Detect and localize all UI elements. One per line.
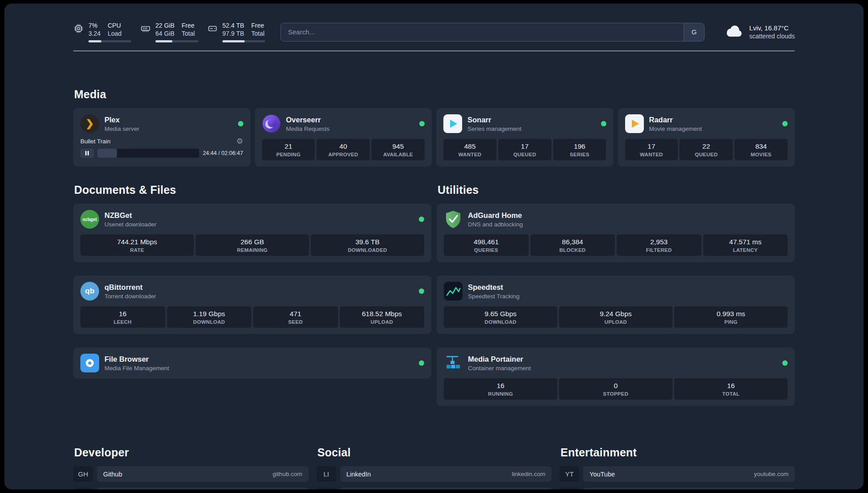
plex-icon: ❯ xyxy=(80,114,99,133)
service-name[interactable]: File Browser xyxy=(104,355,413,363)
service-name[interactable]: qBittorrent xyxy=(104,283,413,292)
stat-tile: 47.571 ms LATENCY xyxy=(703,234,788,256)
bookmark-link[interactable]: Twitter twitter.com xyxy=(340,488,552,489)
stat-label: WANTED xyxy=(627,152,676,157)
qbittorrent-card[interactable]: qb qBittorrent Torrent downloader 16 xyxy=(73,276,431,334)
stat-label: TOTAL xyxy=(676,391,786,397)
stat-tile: 9.65 Gbps DOWNLOAD xyxy=(444,306,557,328)
bookmark-netflix[interactable]: NF Netflix netflix.com xyxy=(559,488,795,489)
bookmark-github[interactable]: GH Github github.com xyxy=(73,466,309,482)
stat-label: DOWNLOADED xyxy=(313,247,422,253)
service-desc: Series management xyxy=(467,125,596,132)
stat-tile: 22 QUEUED xyxy=(680,139,733,160)
cpu-load-value: 3.24 xyxy=(88,29,100,38)
stat-value: 39.6 TB xyxy=(313,238,422,246)
overseerr-card[interactable]: Overseerr Media Requests 21 PENDING 40 A… xyxy=(255,108,432,167)
disk-widget: 52.4 TB 97.9 TB Free Total xyxy=(207,21,265,42)
adguard-card[interactable]: AdGuard Home DNS and adblocking 498,461 … xyxy=(437,204,795,262)
stat-tile: 9.24 Gbps UPLOAD xyxy=(559,306,672,328)
status-dot xyxy=(238,121,243,126)
service-name[interactable]: Overseerr xyxy=(286,116,414,124)
service-name[interactable]: NZBGet xyxy=(104,211,413,220)
stat-label: UPLOAD xyxy=(342,319,423,325)
memory-total-value: 64 GiB xyxy=(155,29,175,38)
status-dot xyxy=(782,360,788,366)
stat-tile: 16 LEECH xyxy=(80,306,165,328)
bookmark-abbr[interactable]: LI xyxy=(317,466,336,482)
stat-value: 1.19 Gbps xyxy=(169,310,250,318)
stat-label: AVAILABLE xyxy=(373,152,423,157)
bookmark-youtube[interactable]: YT YouTube youtube.com xyxy=(559,466,795,482)
status-dot xyxy=(419,217,424,222)
search-provider-button[interactable]: G xyxy=(684,23,704,41)
memory-free-value: 22 GiB xyxy=(155,21,175,29)
service-name[interactable]: Radarr xyxy=(649,116,777,124)
search-input[interactable] xyxy=(280,23,705,42)
bookmark-abbr[interactable]: SO xyxy=(73,488,93,489)
stat-label: SERIES xyxy=(555,152,605,157)
radarr-card[interactable]: Radarr Movie management 17 WANTED 22 QUE… xyxy=(618,108,795,167)
bookmark-link[interactable]: StackOverflow stackoverflow.com xyxy=(97,488,309,489)
stat-label: PING xyxy=(676,319,786,325)
service-name[interactable]: Sonarr xyxy=(467,116,596,124)
cpu-widget: 7% 3.24 CPU Load xyxy=(73,21,131,42)
plex-card[interactable]: ❯ Plex Media server Bullet Train ⚙ xyxy=(73,108,250,167)
cloud-icon xyxy=(724,24,744,40)
stat-label: RUNNING xyxy=(446,391,555,397)
stat-tile: 471 SEED xyxy=(253,306,338,328)
bookmark-stackoverflow[interactable]: SO StackOverflow stackoverflow.com xyxy=(73,488,309,489)
service-name[interactable]: Speedtest xyxy=(468,283,788,292)
bookmark-abbr[interactable]: YT xyxy=(559,466,579,482)
bookmark-twitter[interactable]: TW Twitter twitter.com xyxy=(317,488,552,489)
pause-button[interactable] xyxy=(80,149,94,158)
sonarr-icon xyxy=(443,114,462,133)
radarr-icon xyxy=(625,114,644,133)
stat-value: 21 xyxy=(264,142,313,150)
qbittorrent-icon-text: qb xyxy=(85,287,95,296)
nzbget-icon: nzbget xyxy=(80,210,99,229)
section-documents: Documents & Files nzbget NZBGet Usenet d… xyxy=(73,184,431,379)
stat-tile: 40 APPROVED xyxy=(317,139,370,160)
section-title-documents: Documents & Files xyxy=(74,184,431,196)
bookmark-abbr[interactable]: GH xyxy=(73,466,93,482)
playback-progress-track[interactable] xyxy=(97,149,199,158)
disk-free-value: 52.4 TB xyxy=(222,21,244,29)
service-desc: Torrent downloader xyxy=(104,293,413,300)
settings-gear-icon[interactable]: ⚙ xyxy=(236,138,243,145)
bookmark-linkedin[interactable]: LI LinkedIn linkedin.com xyxy=(317,466,552,482)
nzbget-card[interactable]: nzbget NZBGet Usenet downloader 744.21 M… xyxy=(73,204,431,262)
bookmark-abbr[interactable]: TW xyxy=(317,488,336,489)
disk-progress-fill xyxy=(222,40,245,42)
stat-value: 0 xyxy=(561,382,671,390)
weather-condition: scattered clouds xyxy=(749,33,795,40)
stat-value: 0.993 ms xyxy=(676,310,786,318)
section-social: Social LI LinkedIn linkedin.com TW Twitt… xyxy=(317,446,552,489)
bookmark-link[interactable]: Github github.com xyxy=(97,466,309,482)
playback-progress-fill xyxy=(97,149,117,158)
stat-tile: 618.52 Mbps UPLOAD xyxy=(340,306,425,328)
filebrowser-icon xyxy=(80,354,99,372)
service-name[interactable]: Plex xyxy=(104,116,233,124)
service-name[interactable]: AdGuard Home xyxy=(468,211,788,220)
service-desc: Speedtest Tracking xyxy=(468,293,788,300)
section-developer: Developer GH Github github.com SO StackO… xyxy=(73,446,309,489)
stat-label: APPROVED xyxy=(318,152,368,157)
section-title-media: Media xyxy=(74,88,795,101)
stat-tile: 744.21 Mbps RATE xyxy=(80,234,194,256)
portainer-card[interactable]: Media Portainer Container management 16 … xyxy=(437,347,795,406)
speedtest-card[interactable]: Speedtest Speedtest Tracking 9.65 Gbps D… xyxy=(437,276,795,334)
disk-free-label: Free xyxy=(251,21,265,29)
now-playing-title: Bullet Train xyxy=(80,138,236,145)
filebrowser-card[interactable]: File Browser Media File Management xyxy=(73,347,431,379)
service-name[interactable]: Media Portainer xyxy=(468,355,777,363)
stat-value: 17 xyxy=(500,142,550,150)
bookmark-link[interactable]: Netflix netflix.com xyxy=(583,488,795,489)
bookmark-link[interactable]: YouTube youtube.com xyxy=(583,466,795,482)
stat-tile: 86,384 BLOCKED xyxy=(530,234,615,256)
memory-free-label: Free xyxy=(182,21,195,29)
section-utilities: Utilities xyxy=(437,184,795,406)
bookmark-link[interactable]: LinkedIn linkedin.com xyxy=(340,466,552,482)
stat-tile: 834 MOVIES xyxy=(734,139,788,160)
sonarr-card[interactable]: Sonarr Series management 485 WANTED 17 Q… xyxy=(436,108,613,167)
bookmark-abbr[interactable]: NF xyxy=(559,488,579,489)
